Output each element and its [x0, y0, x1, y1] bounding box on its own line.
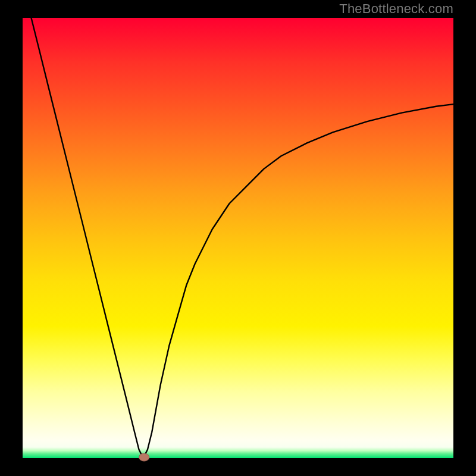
chart-svg	[0, 0, 476, 476]
chart-frame: TheBottleneck.com	[0, 0, 476, 476]
bottleneck-curve-path	[32, 18, 454, 458]
min-marker	[139, 453, 149, 461]
